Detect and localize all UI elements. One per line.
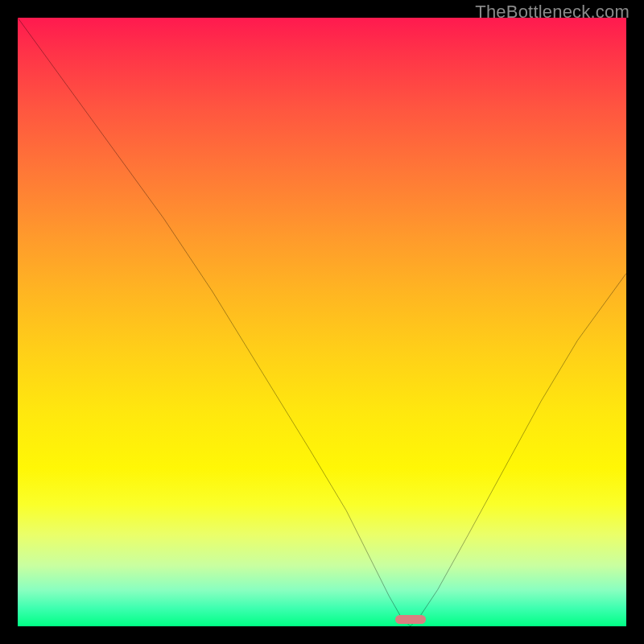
watermark-text: TheBottleneck.com — [475, 2, 630, 23]
plot-area — [18, 18, 626, 626]
optimal-marker — [395, 615, 426, 624]
chart-frame: TheBottleneck.com — [0, 0, 644, 644]
